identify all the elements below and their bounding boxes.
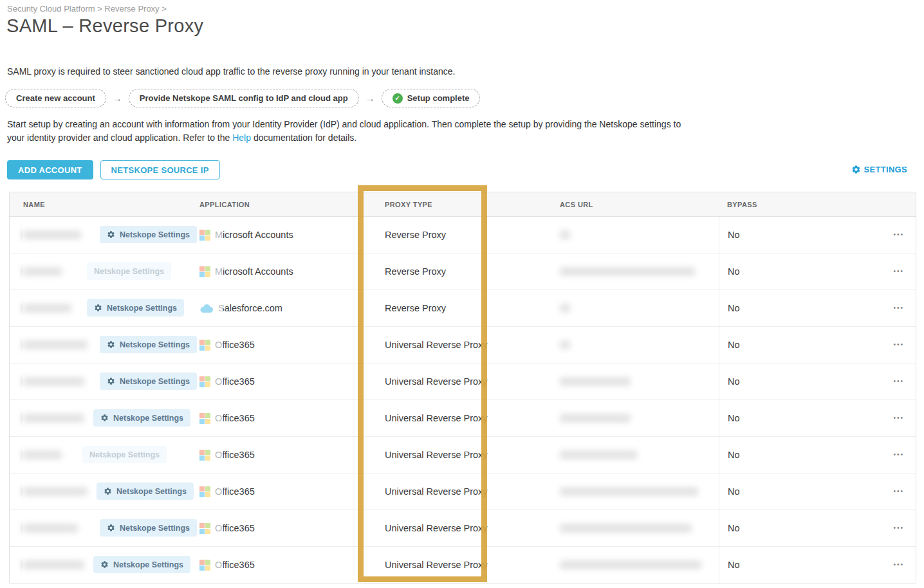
netskope-settings-badge[interactable]: Netskope Settings — [97, 482, 194, 500]
microsoft-logo-icon — [199, 486, 210, 497]
redacted-acs-url — [560, 304, 570, 313]
microsoft-logo-icon — [199, 523, 210, 534]
row-menu-button[interactable]: ••• — [893, 452, 904, 458]
netskope-settings-label: Netskope Settings — [120, 230, 190, 239]
netskope-source-ip-button[interactable]: NETSKOPE SOURCE IP — [100, 160, 220, 179]
application-cell: Office365 — [199, 376, 375, 387]
gear-icon — [107, 230, 115, 239]
microsoft-logo-icon — [199, 340, 210, 351]
netskope-settings-badge[interactable]: Netskope Settings — [93, 556, 190, 573]
acs-url-cell — [551, 290, 719, 326]
redacted-acs-url — [560, 414, 631, 423]
microsoft-logo-icon — [199, 560, 210, 571]
row-menu-button[interactable]: ••• — [893, 415, 904, 421]
description-line2: your identity provider and cloud applica… — [7, 133, 232, 143]
intro-text: SAML proxy is required to steer sanction… — [7, 66, 456, 77]
acs-url-cell — [551, 253, 719, 289]
application-name: Office365 — [215, 376, 255, 387]
name-cell: Netskope Settings — [10, 217, 199, 253]
redacted-acs-url — [560, 340, 570, 349]
bypass-cell: No — [719, 510, 865, 546]
netskope-settings-label: Netskope Settings — [107, 304, 177, 313]
application-cell: Office365 — [199, 450, 375, 461]
netskope-settings-badge[interactable]: Netskope Settings — [100, 372, 197, 390]
netskope-settings-badge[interactable]: Netskope Settings — [87, 262, 171, 280]
bypass-value: No — [728, 266, 740, 277]
name-cell: Netskope Settings — [10, 437, 199, 473]
gear-icon — [104, 487, 112, 495]
application-name: Office365 — [215, 523, 255, 533]
netskope-settings-badge[interactable]: Netskope Settings — [93, 409, 190, 427]
description-line2-tail: documentation for details. — [251, 133, 356, 143]
netskope-settings-badge[interactable]: Netskope Settings — [100, 226, 197, 243]
acs-url-cell — [551, 400, 719, 436]
bypass-cell: No — [719, 547, 865, 583]
bypass-cell: No — [719, 400, 865, 436]
proxy-type-value: Universal Reverse Proxy — [385, 486, 488, 497]
step-create-new-account: Create new account — [5, 89, 106, 107]
row-menu-button[interactable]: ••• — [893, 232, 904, 238]
actions-cell: ••• — [865, 305, 916, 311]
row-menu-button[interactable]: ••• — [893, 342, 904, 348]
description-text: Start setup by creating an account with … — [7, 118, 681, 145]
redacted-name — [23, 267, 62, 276]
bypass-value: No — [728, 523, 740, 533]
proxy-type-cell: Universal Reverse Proxy — [375, 486, 551, 497]
help-link[interactable]: Help — [232, 133, 251, 143]
table-row: Netskope Settings Office365 Universal Re… — [10, 363, 916, 400]
column-header-acs-url: ACS URL — [551, 192, 719, 216]
row-menu-button[interactable]: ••• — [893, 378, 904, 385]
application-name: Office365 — [215, 560, 255, 570]
netskope-settings-label: Netskope Settings — [116, 487, 187, 496]
netskope-settings-badge[interactable]: Netskope Settings — [87, 299, 184, 317]
table-row: Netskope Settings Office365 Universal Re… — [10, 547, 916, 583]
application-cell: Office365 — [199, 560, 375, 571]
netskope-settings-label: Netskope Settings — [89, 450, 160, 459]
redacted-acs-url — [560, 450, 637, 459]
netskope-settings-label: Netskope Settings — [94, 267, 164, 276]
gear-icon — [107, 524, 115, 532]
row-menu-button[interactable]: ••• — [893, 268, 904, 275]
netskope-settings-badge[interactable]: Netskope Settings — [100, 336, 197, 353]
netskope-settings-label: Netskope Settings — [120, 524, 190, 533]
settings-label: SETTINGS — [864, 165, 907, 174]
application-name: Office365 — [215, 450, 255, 460]
add-account-button[interactable]: ADD ACCOUNT — [7, 160, 93, 179]
row-menu-button[interactable]: ••• — [893, 525, 904, 531]
row-menu-button[interactable]: ••• — [893, 562, 904, 568]
gear-icon — [107, 377, 115, 385]
proxy-type-cell: Reverse Proxy — [375, 230, 551, 240]
name-cell: Netskope Settings — [10, 547, 199, 583]
proxy-type-cell: Universal Reverse Proxy — [375, 450, 551, 460]
page-title: SAML – Reverse Proxy — [6, 15, 203, 37]
application-name: Microsoft Accounts — [215, 230, 293, 240]
bypass-cell: No — [719, 437, 865, 473]
acs-url-cell — [551, 437, 719, 473]
table-row: Netskope Settings Microsoft Accounts Rev… — [10, 253, 916, 290]
table-header: NAME APPLICATION PROXY TYPE ACS URL BYPA… — [10, 192, 916, 217]
row-menu-button[interactable]: ••• — [893, 488, 904, 495]
application-cell: Office365 — [199, 523, 375, 534]
actions-cell: ••• — [865, 488, 916, 495]
bypass-value: No — [728, 560, 740, 570]
column-header-proxy-type: PROXY TYPE — [375, 201, 551, 208]
bypass-cell: No — [719, 363, 865, 400]
breadcrumb[interactable]: Security Cloud Platform > Reverse Proxy … — [7, 4, 167, 14]
bypass-cell: No — [719, 253, 865, 289]
acs-url-cell — [551, 510, 719, 546]
settings-button[interactable]: SETTINGS — [851, 165, 907, 174]
netskope-settings-badge[interactable]: Netskope Settings — [82, 446, 167, 463]
table-row: Netskope Settings Office365 Universal Re… — [10, 510, 916, 547]
microsoft-logo-icon — [199, 413, 210, 424]
netskope-settings-badge[interactable]: Netskope Settings — [100, 519, 197, 537]
redacted-acs-url — [560, 267, 695, 276]
row-menu-button[interactable]: ••• — [893, 305, 904, 311]
actions-cell: ••• — [865, 378, 916, 385]
gear-icon — [94, 304, 102, 312]
bypass-value: No — [728, 450, 740, 460]
name-cell: Netskope Settings — [10, 290, 199, 326]
acs-url-cell — [551, 363, 719, 400]
name-cell: Netskope Settings — [10, 400, 199, 436]
bypass-value: No — [728, 340, 740, 350]
netskope-settings-label: Netskope Settings — [113, 560, 183, 569]
